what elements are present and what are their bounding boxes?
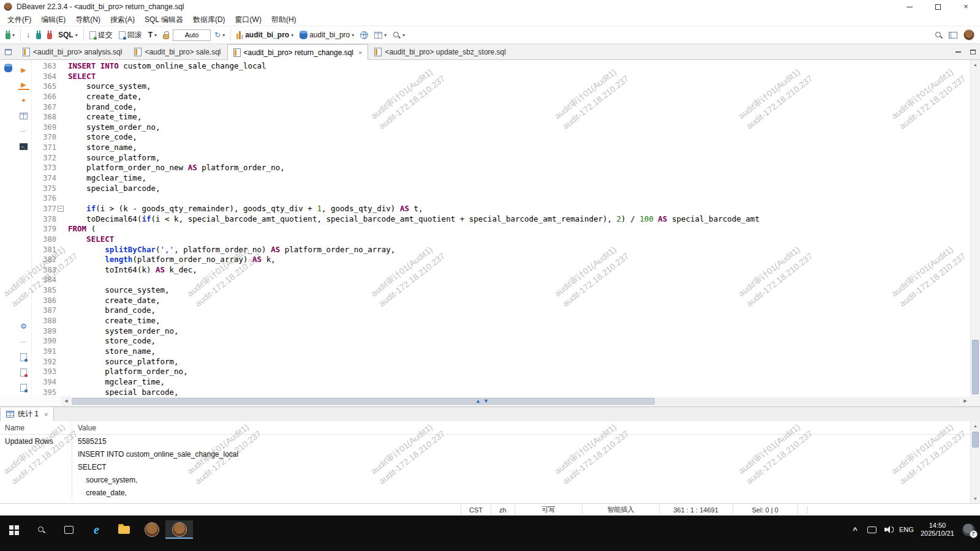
scroll-thumb[interactable] <box>972 340 979 394</box>
code-line[interactable]: source_system, <box>68 285 970 296</box>
code-line[interactable]: system_order_no, <box>68 122 970 133</box>
dbeaver-taskbar-button[interactable] <box>138 520 165 539</box>
code-line[interactable]: special_barcode, <box>68 388 970 397</box>
menu-navigate[interactable]: 导航(N) <box>70 13 105 26</box>
menu-file[interactable]: 文件(F) <box>2 13 36 26</box>
disconnect-button[interactable] <box>45 28 55 42</box>
notification-app-button[interactable]: 7 <box>960 520 976 539</box>
hscroll-thumb[interactable] <box>72 398 655 405</box>
menu-search[interactable]: 搜索(A) <box>105 13 140 26</box>
status-writable[interactable]: 可写 <box>515 505 582 514</box>
status-caret-position[interactable]: 361 : 1 : 14691 <box>660 505 733 514</box>
stats-row-2[interactable]: INSERT INTO custom_online_sale_change_lo… <box>0 448 970 460</box>
scroll-down-arrow[interactable]: ▼ <box>971 494 980 503</box>
rollback-button[interactable]: 回滚 <box>116 28 145 42</box>
code-editor[interactable]: INSERT INTO custom_online_sale_change_lo… <box>64 60 970 396</box>
code-line[interactable]: SELECT <box>68 234 970 245</box>
stats-tab[interactable]: 统计 1 × <box>0 407 54 421</box>
status-selection[interactable]: Sel: 0 | 0 <box>733 505 798 514</box>
code-line[interactable]: create_date, <box>68 92 970 102</box>
panel-sash-controls[interactable]: ▲▼ <box>475 397 489 405</box>
stats-row-4[interactable]: source_system, <box>0 473 970 486</box>
editor-tab-4[interactable]: <audit_bi_pro> update_sbz_store.sql <box>368 44 511 59</box>
menu-sql-editor[interactable]: SQL 编辑器 <box>140 13 188 26</box>
stats-row-5[interactable]: create_date, <box>0 486 970 499</box>
stats-vertical-scrollbar[interactable]: ▲ ▼ <box>970 421 980 503</box>
more-views-button[interactable]: ⋯ <box>18 337 29 347</box>
code-line[interactable]: store_name, <box>68 347 970 357</box>
sash-up-icon[interactable]: ▲ <box>475 397 481 405</box>
search-menu-button[interactable]: ▾ <box>390 28 407 42</box>
grid-menu-button[interactable]: ▾ <box>372 28 389 42</box>
dbeaver-logo-button[interactable] <box>961 28 977 42</box>
output-view-button[interactable] <box>18 352 29 362</box>
minimize-editor-button[interactable] <box>951 44 965 59</box>
database-selector[interactable]: audit_bi_pro▾ <box>297 28 356 42</box>
close-button[interactable]: × <box>952 0 980 13</box>
code-line[interactable]: toInt64(k) AS k_dec, <box>68 265 970 276</box>
scroll-left-arrow[interactable]: ◀ <box>61 397 71 406</box>
stats-row-3[interactable]: SELECT <box>0 460 970 473</box>
code-line[interactable] <box>68 275 970 285</box>
code-line[interactable]: FROM ( <box>68 224 970 234</box>
editor-tab-2[interactable]: <audit_bi_pro> sale.sql <box>128 44 227 59</box>
code-line[interactable]: system_order_no, <box>68 326 970 337</box>
editor-tab-1[interactable]: <audit_bi_pro> analysis.sql <box>17 44 128 59</box>
scroll-up-arrow[interactable]: ▲ <box>971 421 980 430</box>
commit-button[interactable]: 提交 <box>87 28 115 42</box>
globe-button[interactable] <box>358 28 371 42</box>
database-navigator-icon[interactable] <box>4 66 12 72</box>
menu-edit[interactable]: 编辑(E) <box>36 13 70 26</box>
execute-script-button[interactable]: ▶ <box>18 80 29 90</box>
code-line[interactable]: store_name, <box>68 143 970 153</box>
internet-explorer-button[interactable]: e <box>83 520 110 539</box>
sql-editor-menu-button[interactable]: SQL▾ <box>56 28 80 42</box>
stats-row-1[interactable]: Updated Rows5585215 <box>0 435 970 448</box>
log-view-button[interactable] <box>18 367 29 377</box>
language-indicator[interactable]: ENG <box>899 520 914 539</box>
scroll-up-arrow[interactable]: ▲ <box>971 60 980 69</box>
tray-expand-button[interactable]: ^ <box>847 520 863 539</box>
editor-horizontal-scrollbar[interactable]: ◀ ▶ ▲▼ <box>0 396 980 407</box>
refresh-button[interactable]: ↻▾ <box>212 28 227 42</box>
code-line[interactable]: toDecimal64(if(i < k, special_barcode_am… <box>68 214 970 225</box>
code-line[interactable]: platform_order_no_new AS platform_order_… <box>68 163 970 173</box>
stats-header-name[interactable]: Name <box>0 421 72 434</box>
maximize-editor-button[interactable] <box>965 44 980 59</box>
code-line[interactable]: if(i > (k - goods_qty_remainder), goods_… <box>68 204 970 214</box>
code-line[interactable]: special_barcode, <box>68 184 970 194</box>
down-arrow-button[interactable]: ↓ <box>24 28 32 42</box>
connection-selector[interactable]: audit_bi_pro▾ <box>234 28 296 42</box>
transaction-mode-button[interactable]: T▾ <box>146 28 159 42</box>
statusbar-menu-icon[interactable]: ⋮ <box>804 506 811 514</box>
code-line[interactable]: brand_code, <box>68 102 970 113</box>
file-explorer-button[interactable] <box>110 520 138 539</box>
code-line[interactable]: SELECT <box>68 72 970 82</box>
status-timezone[interactable]: CST <box>461 505 491 514</box>
execute-statement-button[interactable]: ▶ <box>18 65 29 75</box>
code-line[interactable] <box>68 193 970 204</box>
maximize-button[interactable] <box>924 0 952 13</box>
auto-commit-combo[interactable]: Auto <box>173 29 211 41</box>
dbeaver-taskbar-button-active[interactable] <box>165 520 193 539</box>
stats-header-value[interactable]: Value <box>72 424 970 432</box>
menu-database[interactable]: 数据库(D) <box>188 13 230 26</box>
more-actions-button[interactable]: ⋯ <box>18 126 29 136</box>
fold-collapse-icon[interactable]: − <box>58 206 64 212</box>
scroll-track[interactable] <box>971 69 980 387</box>
explain-plan-button[interactable]: ✦ <box>18 96 29 105</box>
sash-down-icon[interactable]: ▼ <box>483 397 489 405</box>
code-line[interactable]: create_time, <box>68 316 970 326</box>
settings-gear-button[interactable]: ⚙ <box>18 321 29 331</box>
code-line[interactable]: source_platform, <box>68 153 970 163</box>
scroll-track[interactable] <box>971 430 980 494</box>
lock-button[interactable] <box>160 28 172 42</box>
code-line[interactable]: platform_order_no, <box>68 367 970 377</box>
code-line[interactable]: length(platform_order_no_array) AS k, <box>68 255 970 265</box>
code-line[interactable]: mgclear_time, <box>68 377 970 388</box>
stats-tab-close-icon[interactable]: × <box>44 411 48 418</box>
hscroll-track[interactable] <box>72 397 960 405</box>
open-console-button[interactable]: >_ <box>18 141 29 151</box>
code-line[interactable]: brand_code, <box>68 305 970 316</box>
scroll-right-arrow[interactable]: ▶ <box>960 397 970 406</box>
